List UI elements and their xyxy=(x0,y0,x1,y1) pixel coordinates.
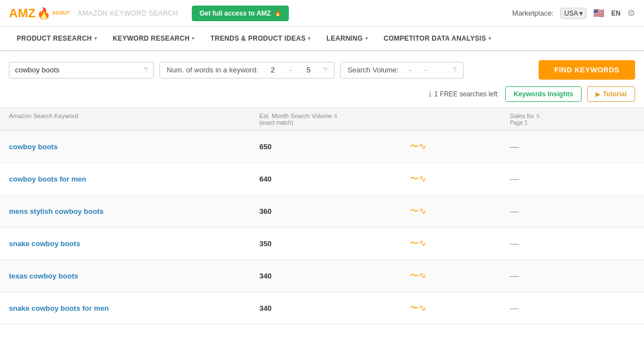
keyword-link[interactable]: texas cowboy boots xyxy=(9,272,78,280)
nav-label-competitor: COMPETITOR DATA ANALYSIS xyxy=(384,35,486,42)
table-row: snake cowboy boots 350 〜∿ — xyxy=(0,228,644,260)
nav-item-trends-product-ideas[interactable]: TRENDS & PRODUCT IDEAS ▾ xyxy=(203,27,319,50)
nav-item-learning[interactable]: LEARNING ▾ xyxy=(319,27,376,50)
column-header-keyword: Amazon Search Keyword xyxy=(9,112,259,126)
sales-cell: — xyxy=(510,142,635,152)
nav-label-product-research: PRODUCT RESEARCH xyxy=(17,35,92,42)
results-table: Amazon Search Keyword Est. Month Search … xyxy=(0,107,644,325)
search-volume-value: 350 xyxy=(259,239,272,248)
table-row: cowboy boots for men 640 〜∿ — xyxy=(0,163,644,195)
keyword-cell: mens stylish cowboy boots xyxy=(9,207,259,216)
keyword-link[interactable]: mens stylish cowboy boots xyxy=(9,207,104,216)
keyword-cell: texas cowboy boots xyxy=(9,272,259,280)
sales-value: — xyxy=(510,304,519,313)
logo-scout-text: SCOUT xyxy=(52,11,70,16)
trend-chart-icon[interactable]: 〜∿ xyxy=(410,141,426,151)
keyword-info-icon[interactable]: ? xyxy=(143,66,148,75)
find-btn-label: FIND KEYWORDS xyxy=(554,66,619,74)
trend-chart-icon[interactable]: 〜∿ xyxy=(410,238,426,248)
words-info-icon[interactable]: ? xyxy=(323,66,327,75)
volume-min-input[interactable] xyxy=(402,66,419,74)
volume-label: Search Volume: xyxy=(347,66,399,74)
volume-cell: 350 xyxy=(259,239,410,248)
sales-value: — xyxy=(510,207,519,216)
keyword-link[interactable]: snake cowboy boots for men xyxy=(9,304,109,312)
marketplace-value: USA xyxy=(564,9,578,17)
header-subtitle: AMAZON KEYWORD SEARCH xyxy=(78,9,178,17)
chevron-down-icon: ▾ xyxy=(365,36,368,41)
trend-cell: 〜∿ xyxy=(410,238,510,250)
settings-icon[interactable]: ⚙ xyxy=(627,8,635,18)
trend-chart-icon[interactable]: 〜∿ xyxy=(410,271,426,280)
keyword-cell: snake cowboy boots for men xyxy=(9,304,259,312)
trend-chart-icon[interactable]: 〜∿ xyxy=(410,206,426,216)
trend-cell: 〜∿ xyxy=(410,141,510,153)
nav-item-keyword-research[interactable]: KEYWORD RESEARCH ▾ xyxy=(105,27,202,50)
column-header-search-volume[interactable]: Est. Month Search Volume (exact match) ⇅ xyxy=(259,112,410,126)
find-keywords-button[interactable]: FIND KEYWORDS xyxy=(539,60,635,80)
sales-cell: — xyxy=(510,271,635,281)
table-row: cowboy boots 650 〜∿ — xyxy=(0,131,644,163)
search-volume-value: 360 xyxy=(259,207,272,216)
chevron-down-icon: ▾ xyxy=(192,36,195,41)
volume-info-icon[interactable]: ? xyxy=(452,66,457,75)
sales-value: — xyxy=(510,174,519,184)
keyword-input-wrap: ? xyxy=(9,62,154,79)
words-min-input[interactable] xyxy=(262,66,284,74)
sales-cell: — xyxy=(510,304,635,314)
sales-cell: — xyxy=(510,174,635,184)
keyword-cell: snake cowboy boots xyxy=(9,239,259,248)
table-body: cowboy boots 650 〜∿ — cowboy boots for m… xyxy=(0,131,644,325)
cta-label: Get full access to AMZ xyxy=(200,9,271,17)
insights-btn-label: Keywords Insights xyxy=(514,90,573,98)
get-full-access-button[interactable]: Get full access to AMZ 🔥 xyxy=(192,6,289,21)
free-searches-left: ℹ 1 FREE searches left xyxy=(429,90,497,99)
nav-label-learning: LEARNING xyxy=(327,35,363,42)
tutorial-button[interactable]: ▶ Tutorial xyxy=(587,86,635,102)
words-label: Num. of words in a keyword: xyxy=(167,66,258,74)
marketplace-selector[interactable]: USA ▾ xyxy=(560,8,587,19)
nav-item-product-research[interactable]: PRODUCT RESEARCH ▾ xyxy=(9,27,105,50)
keyword-input[interactable] xyxy=(15,66,140,74)
search-volume-value: 650 xyxy=(259,143,272,151)
volume-cell: 360 xyxy=(259,207,410,216)
words-max-input[interactable] xyxy=(297,66,319,74)
trend-cell: 〜∿ xyxy=(410,206,510,217)
table-row: texas cowboy boots 340 〜∿ — xyxy=(0,260,644,292)
keyword-link[interactable]: cowboy boots for men xyxy=(9,175,86,183)
search-volume-value: 640 xyxy=(259,175,272,183)
volume-cell: 640 xyxy=(259,175,410,183)
search-volume-value: 340 xyxy=(259,304,272,312)
trend-chart-icon[interactable]: 〜∿ xyxy=(410,174,426,183)
keyword-link[interactable]: cowboy boots xyxy=(9,143,57,151)
tutorial-btn-label: Tutorial xyxy=(603,90,627,98)
logo: AMZ 🔥 SCOUT xyxy=(9,7,70,20)
nav-item-competitor-data-analysis[interactable]: COMPETITOR DATA ANALYSIS ▾ xyxy=(376,27,499,50)
volume-filter-wrap: Search Volume: - ? xyxy=(340,62,464,79)
sort-icon: ⇅ xyxy=(536,114,540,119)
main-nav: PRODUCT RESEARCH ▾ KEYWORD RESEARCH ▾ TR… xyxy=(0,27,644,51)
search-bar: ? Num. of words in a keyword: - ? Search… xyxy=(0,51,644,86)
volume-cell: 340 xyxy=(259,304,410,312)
volume-divider: - xyxy=(422,66,429,74)
logo-amz-text: AMZ xyxy=(9,7,36,19)
header-right: Marketplace: USA ▾ 🇺🇸 EN ⚙ xyxy=(512,8,635,19)
table-row: mens stylish cowboy boots 360 〜∿ — xyxy=(0,195,644,228)
keywords-insights-button[interactable]: Keywords Insights xyxy=(505,86,582,102)
chevron-down-icon: ▾ xyxy=(308,36,311,41)
keyword-link[interactable]: snake cowboy boots xyxy=(9,239,80,248)
nav-label-trends: TRENDS & PRODUCT IDEAS xyxy=(211,35,306,42)
header: AMZ 🔥 SCOUT AMAZON KEYWORD SEARCH Get fu… xyxy=(0,0,644,27)
marketplace-label: Marketplace: xyxy=(512,9,554,17)
keyword-cell: cowboy boots xyxy=(9,143,259,151)
sales-cell: — xyxy=(510,239,635,249)
column-header-sales[interactable]: Sales for Page 1 ⇅ xyxy=(510,112,635,126)
volume-max-input[interactable] xyxy=(432,66,449,74)
language-label: EN xyxy=(611,9,621,17)
trend-chart-icon[interactable]: 〜∿ xyxy=(410,303,426,312)
words-filter-wrap: Num. of words in a keyword: - ? xyxy=(159,62,335,79)
trend-cell: 〜∿ xyxy=(410,270,510,282)
sales-cell: — xyxy=(510,207,635,217)
search-volume-value: 340 xyxy=(259,272,272,280)
sort-icon: ⇅ xyxy=(333,114,338,119)
